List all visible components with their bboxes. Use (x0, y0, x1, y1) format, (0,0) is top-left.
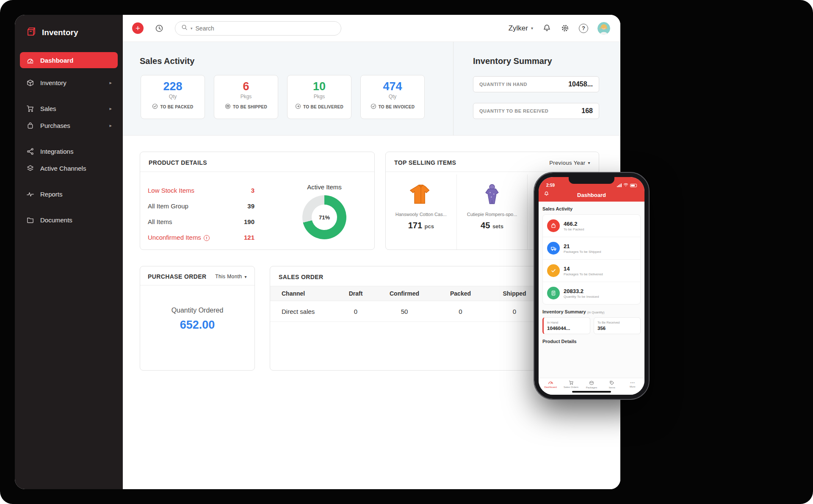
stat-card-to-be-delivered[interactable]: 10 Pkgs TO BE DELIVERED (287, 75, 351, 119)
donut-percent-label: 71% (302, 195, 346, 239)
phone-nav-items[interactable]: Items (602, 380, 622, 389)
channels-icon (26, 164, 34, 172)
invoice-doc-icon (547, 287, 560, 299)
phone-stat-row[interactable]: 20833.2 Quantity To be Invoiced (543, 282, 640, 304)
col-shipped: Shipped (487, 290, 542, 297)
row-low-stock-items[interactable]: Low Stock Items 3 (148, 183, 254, 198)
sidebar: Inventory Dashboard Inventory ▸ (15, 15, 123, 489)
phone-stat-value: 21 (564, 243, 601, 249)
sidebar-item-label: Documents (40, 216, 72, 224)
stat-card-to-be-invoiced[interactable]: 474 Qty TO BE INVOICED (360, 75, 425, 119)
brand-label: Inventory (42, 28, 78, 37)
help-icon[interactable]: ? (579, 24, 588, 33)
sidebar-item-reports[interactable]: Reports (15, 186, 123, 202)
purchase-order-title: PURCHASE ORDER (148, 273, 207, 280)
cart-icon (26, 104, 34, 113)
stat-label-text: TO BE SHIPPED (233, 105, 267, 109)
stat-card-to-be-shipped[interactable]: 6 Pkgs TO BE SHIPPED (214, 75, 278, 119)
sidebar-item-label: Inventory (40, 79, 66, 86)
purchase-order-period-dropdown[interactable]: This Month ▾ (215, 274, 247, 280)
phone-box-value: 356 (597, 326, 637, 331)
info-icon: ! (204, 235, 210, 241)
phone-box-label: To Be Received (597, 321, 637, 324)
item-unit: sets (492, 223, 503, 230)
phone-header-title: Dashboard (577, 192, 606, 198)
stat-unit: Qty (141, 94, 205, 100)
sidebar-item-integrations[interactable]: Integrations (15, 143, 123, 160)
row-all-item-group[interactable]: All Item Group 39 (148, 198, 254, 214)
phone-stat-value: 466.2 (564, 221, 584, 227)
row-label: All Item Group (148, 202, 188, 210)
global-search[interactable]: ▾ (175, 21, 341, 36)
cell-draft: 0 (337, 308, 375, 315)
phone-stat-label: To be Packed (564, 227, 584, 231)
phone-stat-row[interactable]: 21 Packages To be Shipped (543, 237, 640, 260)
sidebar-item-purchases[interactable]: Purchases ▸ (15, 117, 123, 134)
row-value: 39 (247, 202, 254, 210)
summary-value: 10458... (568, 80, 593, 88)
notifications-bell-icon[interactable] (542, 24, 551, 33)
more-dots-icon: ⋯ (630, 380, 635, 385)
cell-confirmed: 50 (375, 308, 434, 315)
phone-nav-dashboard[interactable]: Dashboard (540, 380, 561, 389)
phone-stat-row[interactable]: 466.2 To be Packed (543, 215, 640, 237)
row-all-items[interactable]: All Items 190 (148, 214, 254, 230)
packed-check-icon (152, 103, 158, 110)
user-avatar[interactable] (597, 22, 610, 35)
phone-nav-sales-orders[interactable]: Sales Orders (561, 380, 581, 389)
recent-activity-icon[interactable] (155, 24, 164, 33)
row-unconfirmed-items[interactable]: Unconfirmed Items! 121 (148, 230, 254, 245)
product-details-title: PRODUCT DETAILS (149, 159, 207, 166)
sidebar-item-sales[interactable]: Sales ▸ (15, 100, 123, 117)
phone-box-label: In Hand (547, 321, 586, 324)
settings-gear-icon[interactable] (561, 24, 570, 33)
topbar: + ▾ Zylker ▾ (123, 15, 620, 42)
phone-nav-packages[interactable]: Packages (581, 380, 602, 389)
phone-box-value: 1046044... (547, 326, 586, 331)
stat-unit: Pkgs (214, 94, 278, 100)
shipped-truck-icon (547, 242, 560, 255)
row-value: 121 (244, 234, 254, 241)
caret-down-icon: ▾ (245, 274, 247, 279)
shipped-box-icon (225, 103, 231, 110)
sales-activity-title: Sales Activity (140, 56, 194, 66)
top-selling-item[interactable]: Hanswooly Cotton Cas... 171 pcs (386, 174, 457, 249)
active-items-donut-chart: 71% (302, 195, 346, 239)
sidebar-item-label: Dashboard (40, 57, 73, 64)
sidebar-item-active-channels[interactable]: Active Channels (15, 160, 123, 177)
phone-to-be-received-box: To Be Received 356 (594, 317, 641, 334)
sidebar-item-label: Reports (40, 191, 63, 198)
org-switcher[interactable]: Zylker ▾ (509, 24, 533, 33)
phone-stat-row[interactable]: 14 Packages To be Delivered (543, 260, 640, 282)
stat-label-text: TO BE PACKED (160, 105, 193, 109)
sidebar-item-documents[interactable]: Documents (15, 211, 123, 228)
item-qty: 45 (481, 221, 490, 230)
col-packed: Packed (434, 290, 487, 297)
phone-nav-more[interactable]: ⋯ More (622, 380, 643, 389)
search-input[interactable] (196, 25, 335, 32)
stat-value: 10 (288, 80, 351, 93)
top-selling-period-dropdown[interactable]: Previous Year ▾ (549, 160, 590, 166)
phone-in-hand-box: In Hand 1046044... (542, 317, 590, 334)
bell-icon[interactable] (544, 191, 549, 197)
cell-shipped: 0 (487, 308, 542, 315)
top-selling-item[interactable]: Cutiepie Rompers-spo... 45 sets (457, 174, 528, 249)
phone-notch (569, 177, 614, 184)
item-name: Cutiepie Rompers-spo... (467, 212, 517, 217)
add-new-button[interactable]: + (132, 22, 144, 34)
packed-bag-icon (547, 219, 560, 232)
phone-sales-activity-list: 466.2 To be Packed 21 Packages To be Shi… (542, 214, 641, 305)
sidebar-item-inventory[interactable]: Inventory ▸ (15, 74, 123, 91)
topbar-right: Zylker ▾ ? (509, 22, 610, 35)
stat-card-to-be-packed[interactable]: 228 Qty TO BE PACKED (141, 75, 205, 119)
phone-header: Dashboard (539, 188, 644, 202)
search-scope-caret-icon[interactable]: ▾ (191, 26, 193, 30)
active-items-label: Active Items (283, 183, 365, 191)
wifi-icon (623, 183, 628, 188)
hero-strip: Sales Activity 228 Qty TO BE PACKED 6 Pk… (123, 42, 620, 136)
caret-down-icon: ▾ (588, 161, 590, 165)
phone-home-indicator[interactable] (572, 391, 611, 393)
battery-icon (630, 184, 637, 187)
sidebar-item-dashboard[interactable]: Dashboard (20, 52, 118, 68)
inventory-logo-icon (26, 26, 37, 39)
